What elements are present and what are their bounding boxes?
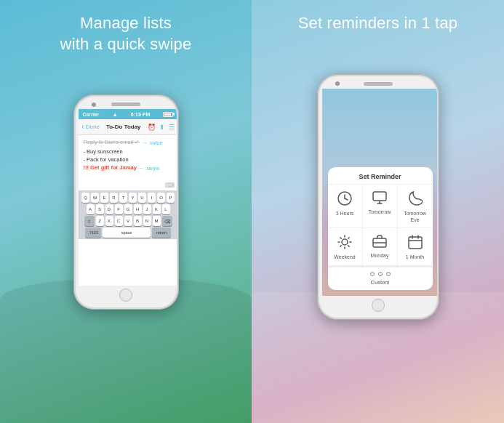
reminder-modal-title: Set Reminder [328,167,433,185]
key-o[interactable]: O [157,193,165,203]
phone-body: Carrier ▲ 6:19 PM ‹ Done [76,97,177,307]
key-space[interactable]: space [103,227,151,238]
arrow-left-icon: ← [139,165,145,172]
kb-row-1: Q W E R T Y U I O P [80,193,177,203]
right-phone-body: Set Reminder [319,76,437,318]
calendar-icon [407,234,423,252]
dot-1 [370,272,375,276]
key-m[interactable]: M [153,216,161,226]
phone-top-bar [79,102,174,106]
menu-icon[interactable]: ☰ [169,124,175,131]
chevron-left-icon: ‹ [82,123,84,131]
key-l[interactable]: L [162,204,170,214]
left-panel-title: Manage lists with a quick swipe [60,13,192,55]
key-d[interactable]: D [105,204,113,214]
svg-rect-3 [373,192,386,201]
right-speaker [364,82,393,86]
speaker [111,102,140,106]
reminder-custom-section: Custom [328,266,433,290]
key-q[interactable]: Q [81,193,89,203]
nav-bar: ‹ Done To-Do Today ⏰ ⬆ ☰ [79,119,177,135]
key-r[interactable]: R [110,193,118,203]
reminder-option-1month[interactable]: 1 Month [398,228,433,265]
key-s[interactable]: S [96,204,104,214]
key-a[interactable]: A [87,204,95,214]
key-x[interactable]: X [105,216,113,226]
nav-title: To-Do Today [100,124,148,130]
key-e[interactable]: E [100,193,108,203]
key-z[interactable]: Z [96,216,104,226]
carrier-label: Carrier [83,112,100,117]
key-delete[interactable]: ⌫ [162,216,172,226]
right-home-button[interactable] [372,299,385,312]
reminder-icon[interactable]: ⏰ [148,124,156,131]
briefcase-icon [372,234,388,251]
list-item-1: Reply to Dan's email ✓ → swipe [84,139,173,147]
key-u[interactable]: U [138,193,146,203]
key-j[interactable]: J [143,204,151,214]
key-w[interactable]: W [91,193,99,203]
key-k[interactable]: K [153,204,161,214]
reminder-option-monday[interactable]: Monday [363,228,398,265]
right-panel: Set reminders in 1 tap Set Reminder [252,0,504,423]
key-shift[interactable]: ⇧ [84,216,95,226]
svg-line-2 [345,198,348,200]
kb-row-3: ⇧ Z X C V B N M ⌫ [80,216,177,226]
key-n[interactable]: N [143,216,151,226]
back-button[interactable]: ‹ Done [82,123,100,131]
svg-line-11 [340,238,341,238]
dot-2 [378,272,383,276]
left-title-line1: Manage lists [80,14,172,32]
right-front-camera [335,81,340,86]
left-panel: Manage lists with a quick swipe Carrier … [0,0,252,423]
monitor-icon [372,190,388,207]
back-label: Done [86,124,100,130]
screen-space: ⌨ [79,176,177,190]
reminder-modal: Set Reminder [328,167,433,289]
right-phone: Set Reminder [317,74,439,320]
key-numbers[interactable]: .?123 [85,227,101,238]
key-h[interactable]: H [134,204,142,214]
reminder-option-tomorrow[interactable]: Tomorrow [363,185,398,228]
swipe-label-2: swipe [146,166,159,171]
right-panel-title: Set reminders in 1 tap [298,13,458,34]
key-v[interactable]: V [124,216,132,226]
dot-3 [386,272,391,276]
clock-icon [337,190,353,209]
list-item-2: - Buy sunscreen [84,148,173,155]
reminder-option-weekend[interactable]: Weekend [328,228,363,265]
svg-line-12 [348,246,349,246]
reminder-custom-label[interactable]: Custom [328,279,433,290]
key-t[interactable]: T [119,193,127,203]
key-g[interactable]: G [124,204,132,214]
key-y[interactable]: Y [129,193,137,203]
phone-screen: Carrier ▲ 6:19 PM ‹ Done [79,109,177,286]
reminder-label-monday: Monday [371,253,389,259]
key-c[interactable]: C [115,216,123,226]
left-phone: Carrier ▲ 6:19 PM ‹ Done [73,94,179,310]
svg-line-14 [348,238,349,238]
list-item-text-1: Reply to Dan's email ✓ [84,139,140,145]
reminder-label-tomorrow: Tomorrow [369,209,391,215]
reminder-dots [328,267,433,279]
svg-rect-17 [409,237,422,249]
nav-action-icons: ⏰ ⬆ ☰ [148,124,175,131]
right-phone-shell: Set Reminder [317,74,439,320]
battery-area [163,112,173,117]
key-f[interactable]: F [115,204,123,214]
reminder-option-3hours[interactable]: 3 Hours [328,185,363,228]
front-camera [92,102,96,107]
key-return[interactable]: return [152,227,171,238]
key-p[interactable]: P [167,193,175,203]
time-label: 6:19 PM [131,112,150,117]
battery-icon [163,112,173,117]
share-icon[interactable]: ⬆ [159,124,165,131]
home-button[interactable] [119,289,132,302]
key-b[interactable]: B [134,216,142,226]
list-content: Reply to Dan's email ✓ → swipe - Buy sun… [79,135,177,176]
reminder-option-tomorrow-eve[interactable]: Tomorrow Eve [398,185,433,228]
reminder-background: Set Reminder [322,89,437,296]
sun-icon [337,234,353,252]
keyboard-toggle-icon: ⌨ [165,182,175,189]
key-i[interactable]: I [148,193,156,203]
